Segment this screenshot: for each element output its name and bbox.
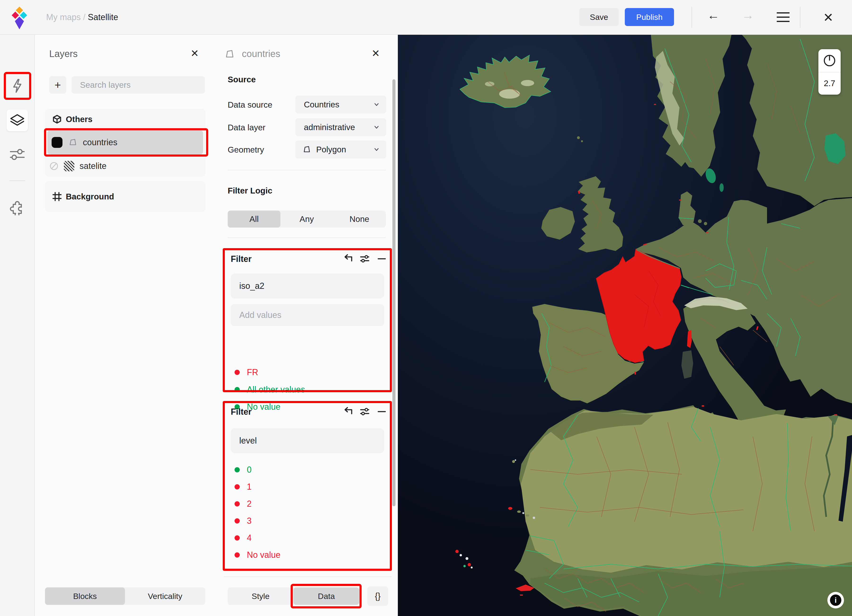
africa [514,405,852,616]
search-placeholder: Search layers [80,80,131,90]
publish-button[interactable]: Publish [625,8,674,26]
filter-field-input[interactable]: level [231,428,384,453]
tab-style[interactable]: Style [228,587,293,605]
chevron-down-icon [373,146,380,153]
layer-row-satelite[interactable]: satelite [47,156,203,176]
layer-group-label: Others [66,114,92,124]
compass-icon[interactable] [819,49,841,72]
frame-icon [53,192,62,201]
layer-swatch-satelite[interactable] [64,161,74,171]
window-close-icon[interactable]: ✕ [823,11,834,24]
detail-panel-title: countries [242,48,280,59]
value-state-dot [234,370,240,375]
layers-icon[interactable] [9,111,26,129]
map-canvas[interactable]: 2.7 i [398,34,852,616]
data-layer-label: Data layer [228,123,266,132]
filter-field-input[interactable]: iso_a2 [231,273,384,298]
info-icon: i [830,595,841,606]
chevron-down-icon [373,101,380,108]
polygon-icon [302,145,311,154]
puzzle-icon[interactable] [9,198,26,215]
zoom-level-value[interactable]: 2.7 [819,72,841,94]
top-bar: My maps / Satellite Save Publish ← → ✕ [0,0,852,35]
undo-arrow-icon[interactable]: ← [707,8,719,22]
remove-filter-icon[interactable] [376,406,387,417]
panel-scrollbar[interactable] [393,79,396,506]
topbar-divider-2 [800,7,801,28]
save-button[interactable]: Save [579,8,619,26]
filter-settings-icon[interactable] [359,253,370,264]
filter-logic-any[interactable]: Any [281,211,333,227]
filter-value-row[interactable]: 4 [234,533,252,543]
filter-logic-all[interactable]: All [228,211,281,227]
breadcrumb-parent[interactable]: My maps [46,12,81,22]
geometry-select[interactable]: Polygon [295,140,386,158]
filter-settings-icon[interactable] [359,406,370,417]
tab-verticality[interactable]: Verticality [125,587,205,605]
app-window: My maps / Satellite Save Publish ← → ✕ [0,0,852,616]
polygon-title-icon [224,49,235,59]
faroe-islands [577,136,580,139]
filter-logic-tabs: All Any None [228,211,386,227]
filter-value-row[interactable]: 3 [234,516,252,526]
polygon-icon [68,138,78,147]
layer-group-others: Others countries satelite [45,109,205,176]
filter-card-title: Filter [231,407,252,417]
layers-panel-close-icon[interactable]: ✕ [190,48,199,59]
filter-logic-none[interactable]: None [333,211,386,227]
visibility-off-icon[interactable] [49,161,59,171]
layer-swatch-countries[interactable] [51,137,62,148]
tab-blocks[interactable]: Blocks [45,587,125,605]
filter-value-row[interactable]: FR [234,367,258,377]
remove-filter-icon[interactable] [376,253,387,264]
layer-row-countries[interactable]: countries [47,131,203,154]
chevron-down-icon [373,124,380,131]
layers-panel: Layers ✕ + Search layers Others countrie… [34,34,217,616]
filter-card-title: Filter [231,254,252,264]
divider [228,238,386,238]
bolt-icon[interactable] [9,77,26,95]
tab-data[interactable]: Data [293,587,359,605]
breadcrumb-current[interactable]: Satellite [88,12,118,22]
layer-group-header[interactable]: Others [53,112,92,127]
filter-logic-label: Filter Logic [228,186,272,196]
undo-icon[interactable] [342,253,353,264]
data-layer-select[interactable]: administrative [295,118,386,136]
detail-panel-close-icon[interactable]: ✕ [372,48,380,59]
menu-icon[interactable] [777,12,790,22]
source-section-label: Source [228,75,256,84]
value-state-dot [234,518,240,524]
cube-icon [53,115,62,124]
add-layer-button[interactable]: + [49,76,66,94]
satellite-map [398,34,852,616]
sliders-icon[interactable] [9,146,26,163]
breadcrumb: My maps / Satellite [46,12,118,22]
filter-value-row[interactable]: 2 [234,499,252,509]
filter-card-iso-a2: Filter iso_a2 Add values FR [223,248,392,392]
filter-value-row[interactable]: All other values [234,385,305,395]
app-logo-icon[interactable] [11,6,28,30]
left-toolbar: ? [0,34,35,616]
search-layers-input[interactable]: Search layers [71,76,205,94]
divider [228,170,386,170]
redo-arrow-icon[interactable]: → [742,8,754,22]
layer-group-background[interactable]: Background [45,181,205,212]
layer-label-countries: countries [83,137,117,148]
layer-group-label-background: Background [66,192,114,201]
filter-value-row[interactable]: 1 [234,482,252,492]
data-source-select[interactable]: Countries [295,96,386,113]
json-editor-button[interactable]: {} [367,586,388,606]
map-info-button[interactable]: i [827,592,844,608]
filter-add-values-input[interactable]: Add values [231,304,384,326]
value-state-dot [234,387,240,392]
divider [224,577,392,577]
value-state-dot [234,467,240,472]
filter-value-row[interactable]: 0 [234,465,252,474]
value-state-dot [234,535,240,541]
filter-value-row[interactable]: No value [234,550,281,560]
style-data-tabs: Style Data [228,587,359,605]
rail-divider [9,181,25,181]
undo-icon[interactable] [342,406,353,417]
geometry-label: Geometry [228,145,264,155]
layer-label-satelite: satelite [80,161,107,171]
